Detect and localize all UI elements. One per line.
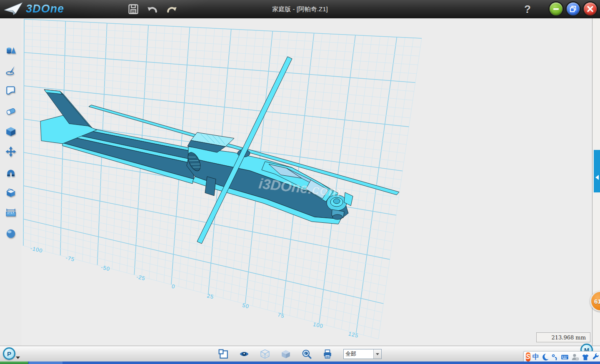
display-filter-value: 全部 xyxy=(344,349,373,359)
eye-icon xyxy=(239,349,249,359)
zoom-lens-icon xyxy=(302,349,312,359)
wireframe-cube-icon xyxy=(260,349,270,359)
cube-icon xyxy=(5,126,16,137)
sidebar-tool-sketch[interactable] xyxy=(5,64,17,77)
axis-label: 100 xyxy=(312,321,324,329)
axis-label: 125 xyxy=(348,331,359,339)
app-logo-text: 3DOne xyxy=(26,2,64,15)
axis-label: 50 xyxy=(242,302,250,309)
scene-canvas: -100-75-50-250255075100125 xyxy=(22,18,600,346)
sidebar-tool-material-sphere[interactable] xyxy=(5,227,17,240)
sphere-icon xyxy=(5,228,16,239)
punctuation-icon xyxy=(551,353,558,361)
visibility-button[interactable] xyxy=(239,349,249,359)
close-icon xyxy=(584,2,597,15)
combobox-dropdown-button[interactable] xyxy=(373,349,381,359)
eraser-icon xyxy=(5,106,16,117)
restore-button[interactable] xyxy=(567,2,580,15)
ruler-icon xyxy=(5,207,16,218)
axis-label: -100 xyxy=(30,245,43,254)
redo-button[interactable] xyxy=(165,2,179,16)
shaded-display-button[interactable] xyxy=(281,349,291,359)
redo-icon xyxy=(165,3,178,15)
axis-label: 25 xyxy=(206,292,214,300)
user-icon xyxy=(571,353,579,361)
axis-label: -50 xyxy=(100,264,111,272)
axis-label: -25 xyxy=(136,274,146,282)
print-button[interactable] xyxy=(322,349,332,359)
primitive-solids-icon xyxy=(5,45,16,56)
paper-plane-icon xyxy=(3,1,23,17)
ime-skin[interactable] xyxy=(581,352,590,362)
measurement-readout: 213.968 mm xyxy=(536,332,590,342)
3done-window: 3DOne xyxy=(0,0,600,364)
restore-icon xyxy=(567,2,580,15)
panel-expand-arrow-icon xyxy=(595,175,599,180)
chevron-down-icon xyxy=(376,353,379,355)
magnet-icon xyxy=(5,167,16,178)
axis-label: 0 xyxy=(171,283,176,290)
taskbar-button-edge xyxy=(29,362,62,364)
help-button[interactable]: ? xyxy=(520,0,535,18)
ime-halfwidth-toggle[interactable] xyxy=(541,352,549,362)
move-arrows-icon xyxy=(5,146,16,157)
app-logo: 3DOne xyxy=(3,1,64,17)
ime-soft-keyboard[interactable] xyxy=(560,352,569,362)
save-icon xyxy=(128,3,139,15)
close-button[interactable] xyxy=(584,2,597,15)
helicopter-model[interactable] xyxy=(40,57,399,244)
titlebar: 3DOne xyxy=(0,0,600,19)
taskbar-start-edge xyxy=(0,362,28,364)
save-button[interactable] xyxy=(126,2,140,16)
sketch-plane-icon xyxy=(5,85,16,96)
shirt-icon xyxy=(581,353,590,361)
minimize-button[interactable] xyxy=(550,2,562,15)
ime-language-toggle[interactable]: 中 xyxy=(532,352,539,362)
wrench-icon xyxy=(592,353,600,361)
model-viewport[interactable]: -100-75-50-250255075100125 xyxy=(22,18,600,346)
sidebar-tool-primitive-solids[interactable] xyxy=(5,44,17,57)
sidebar-tool-measure[interactable] xyxy=(5,207,17,219)
os-taskbar-edge xyxy=(0,362,600,364)
ime-user-account[interactable] xyxy=(571,352,579,362)
sogou-logo-icon[interactable]: S xyxy=(526,352,530,362)
display-filter-combobox[interactable]: 全部 xyxy=(343,349,382,359)
view-toolbar: P xyxy=(0,346,600,362)
ime-punctuation-toggle[interactable] xyxy=(551,352,558,362)
wing-pylon xyxy=(205,177,216,196)
sketch-pencil-icon xyxy=(5,65,16,76)
axis-label: 75 xyxy=(277,312,285,319)
keyboard-icon xyxy=(560,353,569,361)
undo-icon xyxy=(146,3,159,15)
ime-toolbar: S 中 xyxy=(523,351,600,363)
titlebar-quick-tools xyxy=(126,2,179,16)
sidebar-tool-eraser[interactable] xyxy=(5,105,17,117)
zoom-button[interactable] xyxy=(302,349,312,359)
ime-settings[interactable] xyxy=(592,352,600,362)
view-tools: 全部 xyxy=(0,346,600,362)
window-controls xyxy=(550,2,597,15)
open-box-icon xyxy=(5,187,16,198)
nose-cylinder-cap xyxy=(332,214,342,219)
sidebar-tool-move[interactable] xyxy=(5,145,17,158)
sidebar-tool-magnet-snap[interactable] xyxy=(5,166,17,179)
shaded-cube-icon xyxy=(281,349,291,359)
tool-sidebar xyxy=(0,18,22,346)
plane-view-button[interactable] xyxy=(218,349,228,359)
minimize-icon xyxy=(550,2,562,15)
axis-label: -75 xyxy=(65,254,75,263)
sidebar-tool-sketch-plane[interactable] xyxy=(5,84,17,97)
sidebar-tool-solid-feature[interactable] xyxy=(5,125,17,138)
measurement-value: 213.968 mm xyxy=(551,334,586,341)
plane-view-icon xyxy=(218,349,228,359)
undo-button[interactable] xyxy=(145,2,160,16)
sidebar-tool-combine-box[interactable] xyxy=(5,186,17,199)
collapsed-panel-tab[interactable] xyxy=(594,150,600,192)
moon-icon xyxy=(541,353,549,361)
printer-icon xyxy=(322,349,332,359)
window-title: 家庭版 - [阿帕奇.Z1] xyxy=(0,0,600,18)
wireframe-display-button[interactable] xyxy=(260,349,270,359)
